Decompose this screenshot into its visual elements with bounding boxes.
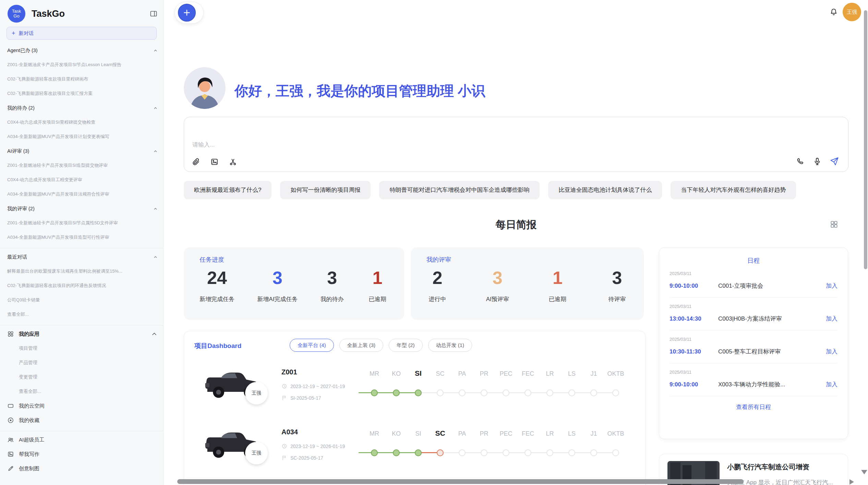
milestone-label: SI xyxy=(407,430,429,437)
sidebar-item[interactable]: Z001-全新燃油轻卡产品开发项目SI节点属性5D文件评审 xyxy=(0,216,163,230)
dashboard-tab[interactable]: 动总开发 (1) xyxy=(428,339,472,352)
sidebar-item[interactable]: A034-全新新能源MUV产品开发项目计划变更表编写 xyxy=(0,129,163,144)
project-milestone-tag: SI-2025-05-17 xyxy=(281,395,321,401)
app-item[interactable]: 变更管理 xyxy=(0,370,163,384)
microphone-icon[interactable] xyxy=(813,157,822,166)
suggestion-chip[interactable]: 比亚迪全固态电池计划具体说了什么 xyxy=(548,181,662,199)
scroll-down-arrow[interactable] xyxy=(861,470,867,474)
image-icon[interactable] xyxy=(210,158,219,166)
send-icon[interactable] xyxy=(830,157,839,166)
sidebar-tool-users[interactable]: AI超级员工 xyxy=(0,433,163,447)
task-progress-card: 任务进度24新增完成任务3新增AI完成任务3我的待办1已逾期 xyxy=(184,247,404,320)
milestone-dot xyxy=(590,389,597,396)
join-meeting-link[interactable]: 加入 xyxy=(826,282,837,290)
sidebar-tool-pen[interactable]: 创意制图 xyxy=(0,461,163,476)
sidebar-item[interactable]: Z001-全新燃油轻卡产品开发项目SI造型提交物评审 xyxy=(0,158,163,173)
milestone-dot xyxy=(481,449,487,456)
stat-value: 2 xyxy=(426,267,448,288)
taskgo-logo: Task Go xyxy=(8,5,25,23)
briefing-title: 每日简报 xyxy=(184,218,848,232)
chevron-up-icon xyxy=(153,149,158,153)
view-all-apps-link[interactable]: 查看全部... xyxy=(0,384,163,399)
stat-label: 新增AI完成任务 xyxy=(257,295,298,303)
sidebar-section-header[interactable]: Agent已办 (3) xyxy=(0,43,163,58)
milestone-label: LS xyxy=(561,430,583,437)
dashboard-tab[interactable]: 年型 (2) xyxy=(389,339,423,352)
sidebar-tool-label: AI超级员工 xyxy=(19,437,44,443)
dashboard-tab[interactable]: 全新上装 (3) xyxy=(339,339,384,352)
app-item[interactable]: 产品管理 xyxy=(0,356,163,370)
schedule-date: 2025/03/11 xyxy=(670,370,837,375)
suggestion-chip[interactable]: 特朗普可能对进口汽车增税会对中国车企造成哪些影响 xyxy=(379,181,540,199)
notification-bell-icon[interactable] xyxy=(829,8,838,16)
stat-value: 3 xyxy=(486,267,509,288)
dashboard-tab[interactable]: 全新平台 (4) xyxy=(290,339,334,352)
stat-label: 新增完成任务 xyxy=(200,295,234,303)
suggestion-chip[interactable]: 欧洲新规最近颁布了什么? xyxy=(184,181,272,199)
schedule-title: 日程 xyxy=(670,257,837,265)
horizontal-scrollbar[interactable] xyxy=(177,479,744,484)
milestone-label: PEC xyxy=(495,430,517,437)
my-apps-header[interactable]: 我的应用 xyxy=(0,327,163,341)
recent-conversation-item[interactable]: 公司Q3轻卡销量 xyxy=(0,293,163,307)
sidebar-item[interactable]: C0X4-动力总成开发项目SI里程碑提交物检查 xyxy=(0,115,163,129)
sidebar-section-header[interactable]: 我的待办 (2) xyxy=(0,101,163,115)
join-meeting-link[interactable]: 加入 xyxy=(826,315,837,323)
milestone-label: MR xyxy=(363,430,385,437)
milestone-tag-text: SC-2025-05-17 xyxy=(290,455,323,461)
stat-value: 3 xyxy=(321,267,344,288)
sidebar-item[interactable]: C02-飞腾新能源轻客改款项目立项汇报方案 xyxy=(0,86,163,101)
view-all-conversations-link[interactable]: 查看全部... xyxy=(0,307,163,322)
sidebar-section-header[interactable]: AI评审 (3) xyxy=(0,144,163,158)
star-badge-icon xyxy=(7,417,14,424)
project-owner-avatar: 王强 xyxy=(245,382,268,405)
vertical-scrollbar[interactable] xyxy=(864,10,867,269)
news-snippet: 天眼查 App 显示，近日广州汇天飞行汽... xyxy=(727,478,840,485)
flag-icon xyxy=(281,395,287,401)
sidebar-link-cloud-drive[interactable]: 我的云空间 xyxy=(0,399,163,413)
recent-conversation-item[interactable]: 解释最新出台的欧盟报废车法规再生塑料比例被调至15%... xyxy=(0,264,163,278)
sidebar-tool-image[interactable]: 帮我写作 xyxy=(0,447,163,461)
taskgo-app: Task Go TaskGo + 新对话 Agent已办 (3)Z001-全新燃… xyxy=(0,0,868,485)
dashboard-title: 项目Dashboard xyxy=(194,341,241,350)
sidebar-collapse-icon[interactable] xyxy=(149,10,158,18)
app-item[interactable]: 项目管理 xyxy=(0,341,163,356)
view-all-schedule-link[interactable]: 查看所有日程 xyxy=(670,403,837,411)
sidebar-section-header[interactable]: 我的评审 (2) xyxy=(0,201,163,216)
stat-label: 已逾期 xyxy=(546,295,568,303)
sidebar-item[interactable]: C0X4-动力总成开发项目工程变更评审 xyxy=(0,173,163,187)
milestone-label: LR xyxy=(539,430,561,437)
sidebar-item[interactable]: Z001-全新燃油皮卡产品开发项目SI节点Lesson Learn报告 xyxy=(0,58,163,72)
add-member-button[interactable] xyxy=(178,4,196,22)
milestone-dot xyxy=(393,449,400,456)
join-meeting-link[interactable]: 加入 xyxy=(826,348,837,356)
layout-grid-icon[interactable] xyxy=(830,220,839,229)
scissors-icon[interactable] xyxy=(229,158,237,166)
schedule-row: 9:00-10:00X003-车辆动力学性能验...加入 xyxy=(670,381,837,388)
suggestion-chip[interactable]: 如何写一份清晰的项目周报 xyxy=(280,181,371,199)
user-avatar[interactable]: 王强 xyxy=(843,3,861,21)
suggestion-chip[interactable]: 当下年轻人对汽车外观有怎样的喜好趋势 xyxy=(671,181,796,199)
sidebar-link-star-badge[interactable]: 我的收藏 xyxy=(0,413,163,427)
chat-input[interactable] xyxy=(192,137,742,153)
new-chat-button[interactable]: + 新对话 xyxy=(7,27,157,40)
phone-icon[interactable] xyxy=(796,157,805,166)
milestone-label: PR xyxy=(473,430,495,437)
sidebar-item[interactable]: C02-飞腾新能源轻客改款项目里程碑画布 xyxy=(0,72,163,86)
my-review-card: 我的评审2进行中3AI预评审1已逾期3待评审 xyxy=(411,247,644,320)
schedule-row: 13:00-14:30C003|H0B-方案冻结评审加入 xyxy=(670,315,837,323)
scroll-right-arrow[interactable] xyxy=(849,479,854,485)
stat-value: 3 xyxy=(606,267,628,288)
paperclip-icon[interactable] xyxy=(192,158,200,166)
recent-conversations-header[interactable]: 最近对话 xyxy=(0,250,163,264)
clock-icon xyxy=(281,443,287,449)
sidebar-item[interactable]: A034-全新新能源MUV产品开发项目法规符合性评审 xyxy=(0,187,163,201)
join-meeting-link[interactable]: 加入 xyxy=(826,381,837,388)
milestone-dot xyxy=(503,389,509,396)
apps-icon xyxy=(7,331,14,337)
milestone-dot xyxy=(590,449,597,456)
recent-conversation-item[interactable]: C02-飞腾新能源轻客改款项目的闭环通告反馈情况 xyxy=(0,278,163,293)
sidebar-link-label: 我的云空间 xyxy=(19,403,45,409)
dashboard-tabs: 全新平台 (4)全新上装 (3)年型 (2)动总开发 (1) xyxy=(290,339,472,352)
sidebar-item[interactable]: A034-全新新能源MUV产品开发项目造型可行性评审 xyxy=(0,230,163,245)
